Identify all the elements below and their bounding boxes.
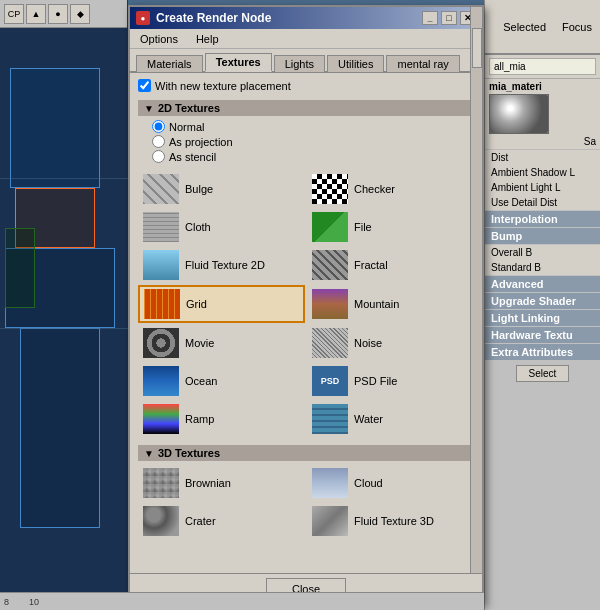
thumb-cloud	[312, 468, 348, 498]
maximize-button[interactable]: □	[441, 11, 457, 25]
hardware-textu-header[interactable]: Hardware Textu	[485, 327, 600, 343]
tab-utilities[interactable]: Utilities	[327, 55, 384, 72]
ambient-light-item: Ambient Light L	[485, 180, 600, 195]
tab-textures[interactable]: Textures	[205, 53, 272, 72]
toolbar-cp[interactable]: CP	[4, 4, 24, 24]
toolbar-btn-3[interactable]: ◆	[70, 4, 90, 24]
label-file: File	[354, 221, 372, 233]
radio-projection-label: As projection	[169, 136, 233, 148]
thumb-cloth	[143, 212, 179, 242]
thumb-file	[312, 212, 348, 242]
texture-ramp[interactable]: Ramp	[138, 401, 305, 437]
label-crater: Crater	[185, 515, 216, 527]
radio-normal-input[interactable]	[152, 120, 165, 133]
texture-brownian[interactable]: Brownian	[138, 465, 305, 501]
texture-water[interactable]: Water	[307, 401, 474, 437]
material-preview	[489, 94, 549, 134]
toolbar-btn-1[interactable]: ▲	[26, 4, 46, 24]
label-movie: Movie	[185, 337, 214, 349]
focus-tab[interactable]: Focus	[558, 19, 596, 35]
radio-normal-label: Normal	[169, 121, 204, 133]
thumb-fluid	[143, 250, 179, 280]
texture-noise[interactable]: Noise	[307, 325, 474, 361]
thumb-ocean	[143, 366, 179, 396]
standard-b-item: Standard B	[485, 260, 600, 275]
section-2d-header[interactable]: ▼ 2D Textures	[138, 100, 474, 116]
thumb-bulge	[143, 174, 179, 204]
texture-placement-checkbox[interactable]	[138, 79, 151, 92]
right-panel: Selected Focus all_mia mia_materi Sa Dis…	[484, 0, 600, 610]
radio-stencil-input[interactable]	[152, 150, 165, 163]
label-grid: Grid	[186, 298, 207, 310]
interpolation-header[interactable]: Interpolation	[485, 211, 600, 227]
viewport-panel: CP ▲ ● ◆	[0, 0, 128, 610]
thumb-psd: PSD	[312, 366, 348, 396]
all-mia-tab[interactable]: all_mia	[489, 58, 596, 75]
label-checker: Checker	[354, 183, 395, 195]
label-fluid-3d: Fluid Texture 3D	[354, 515, 434, 527]
tab-lights[interactable]: Lights	[274, 55, 325, 72]
dialog-icon: ●	[136, 11, 150, 25]
toolbar-btn-2[interactable]: ●	[48, 4, 68, 24]
thumb-noise	[312, 328, 348, 358]
section-3d-header[interactable]: ▼ 3D Textures	[138, 445, 474, 461]
tab-mental-ray[interactable]: mental ray	[386, 55, 459, 72]
dialog-titlebar: ● Create Render Node _ □ ✕	[130, 7, 482, 29]
label-brownian: Brownian	[185, 477, 231, 489]
help-menu[interactable]: Help	[192, 32, 223, 46]
select-button[interactable]: Select	[516, 365, 570, 382]
texture-crater[interactable]: Crater	[138, 503, 305, 539]
label-psd: PSD File	[354, 375, 397, 387]
radio-projection-input[interactable]	[152, 135, 165, 148]
radio-group: Normal As projection As stencil	[152, 120, 474, 163]
section-3d-label: 3D Textures	[158, 447, 220, 459]
texture-psd[interactable]: PSD PSD File	[307, 363, 474, 399]
label-mountain: Mountain	[354, 298, 399, 310]
dialog-controls: _ □ ✕	[422, 11, 476, 25]
thumb-mountain	[312, 289, 348, 319]
scrollbar-thumb[interactable]	[472, 28, 482, 68]
label-cloud: Cloud	[354, 477, 383, 489]
thumb-grid	[144, 289, 180, 319]
texture-file[interactable]: File	[307, 209, 474, 245]
texture-fluid-3d[interactable]: Fluid Texture 3D	[307, 503, 474, 539]
texture-mountain[interactable]: Mountain	[307, 285, 474, 323]
texture-bulge[interactable]: Bulge	[138, 171, 305, 207]
label-noise: Noise	[354, 337, 382, 349]
right-panel-top: Selected Focus	[485, 0, 600, 55]
detail-dist-item: Use Detail Dist	[485, 195, 600, 210]
texture-cloud[interactable]: Cloud	[307, 465, 474, 501]
advanced-header[interactable]: Advanced	[485, 276, 600, 292]
section-2d-arrow: ▼	[144, 103, 154, 114]
texture-fluid-2d[interactable]: Fluid Texture 2D	[138, 247, 305, 283]
dialog-title: Create Render Node	[156, 11, 422, 25]
thumb-movie	[143, 328, 179, 358]
texture-placement-label: With new texture placement	[155, 80, 291, 92]
minimize-button[interactable]: _	[422, 11, 438, 25]
bump-header[interactable]: Bump	[485, 228, 600, 244]
tab-materials[interactable]: Materials	[136, 55, 203, 72]
texture-grid-3d: Brownian Cloud Crater Fluid Texture 3D	[138, 465, 474, 539]
texture-grid-2d: Bulge Checker Cloth File Fluid Texture 2…	[138, 171, 474, 437]
selected-tab[interactable]: Selected	[499, 19, 550, 35]
texture-ocean[interactable]: Ocean	[138, 363, 305, 399]
light-linking-header[interactable]: Light Linking	[485, 310, 600, 326]
label-cloth: Cloth	[185, 221, 211, 233]
texture-fractal[interactable]: Fractal	[307, 247, 474, 283]
checkbox-row: With new texture placement	[138, 79, 474, 92]
texture-movie[interactable]: Movie	[138, 325, 305, 361]
thumb-brownian	[143, 468, 179, 498]
section-3d-arrow: ▼	[144, 448, 154, 459]
texture-cloth[interactable]: Cloth	[138, 209, 305, 245]
dialog-scrollbar[interactable]	[470, 7, 482, 603]
upgrade-shader-header[interactable]: Upgrade Shader	[485, 293, 600, 309]
sample-label: Sa	[489, 136, 596, 147]
options-menu[interactable]: Options	[136, 32, 182, 46]
extra-attributes-header[interactable]: Extra Attributes	[485, 344, 600, 360]
texture-grid[interactable]: Grid	[138, 285, 305, 323]
label-fluid-2d: Fluid Texture 2D	[185, 259, 265, 271]
texture-checker[interactable]: Checker	[307, 171, 474, 207]
create-render-node-dialog: ● Create Render Node _ □ ✕ Options Help …	[128, 5, 484, 605]
radio-stencil: As stencil	[152, 150, 474, 163]
ambient-shadow-item: Ambient Shadow L	[485, 165, 600, 180]
